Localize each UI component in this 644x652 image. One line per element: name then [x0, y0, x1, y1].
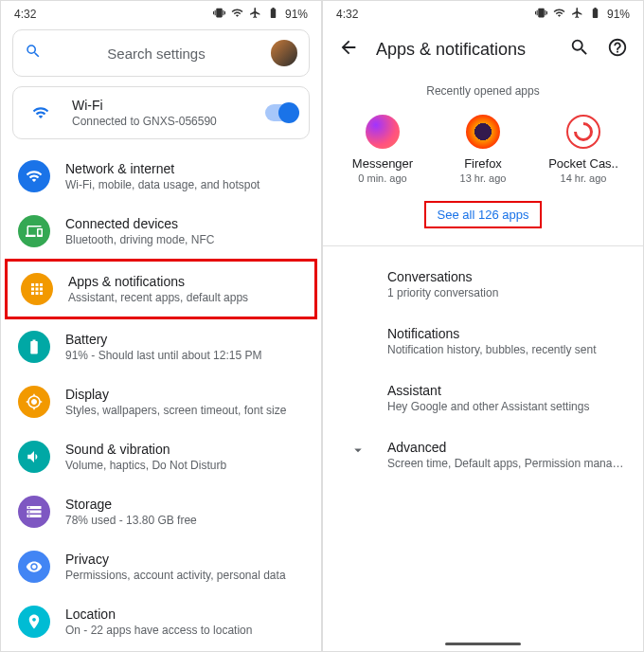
settings-item-privacy[interactable]: PrivacyPermissions, account activity, pe… — [5, 539, 317, 594]
app-time: 13 hr. ago — [436, 172, 530, 184]
battery-icon — [18, 331, 50, 363]
item-title: Privacy — [65, 552, 304, 567]
airplane-icon — [249, 7, 261, 22]
section-notifications[interactable]: NotificationsNotification history, bubbl… — [323, 313, 643, 370]
clock: 4:32 — [336, 8, 358, 21]
section-sub: Notification history, bubbles, recently … — [387, 343, 624, 356]
pocketcasts-icon — [566, 115, 600, 149]
recent-apps-label: Recently opened apps — [323, 84, 643, 98]
recent-app-pocketcasts[interactable]: Pocket Cas.. 14 hr. ago — [536, 115, 631, 184]
item-sub: On - 22 apps have access to location — [65, 624, 304, 637]
settings-item-display[interactable]: DisplayStyles, wallpapers, screen timeou… — [5, 374, 317, 429]
vibrate-icon — [535, 7, 547, 22]
item-title: Network & internet — [65, 161, 304, 176]
item-title: Sound & vibration — [65, 442, 304, 457]
app-name: Pocket Cas.. — [536, 156, 631, 171]
settings-item-devices[interactable]: Connected devicesBluetooth, driving mode… — [5, 204, 317, 259]
item-sub: Volume, haptics, Do Not Disturb — [65, 459, 304, 472]
section-title: Assistant — [387, 383, 624, 398]
item-sub: 91% - Should last until about 12:15 PM — [65, 349, 304, 362]
wifi-card-text: Wi-Fi Connected to GNXS-056590 — [72, 98, 265, 128]
section-title: Conversations — [387, 269, 624, 284]
recent-apps-row: Messenger 0 min. ago Firefox 13 hr. ago … — [323, 115, 643, 184]
help-button[interactable] — [607, 37, 628, 62]
airplane-icon — [571, 7, 583, 22]
section-assistant[interactable]: AssistantHey Google and other Assistant … — [323, 370, 643, 426]
wifi-icon — [553, 7, 565, 22]
page-header: Apps & notifications — [323, 24, 643, 75]
app-name: Firefox — [436, 156, 530, 171]
nav-indicator[interactable] — [445, 643, 521, 645]
item-title: Location — [65, 607, 304, 622]
status-icons: 91% — [535, 7, 630, 22]
status-icons: 91% — [213, 7, 308, 22]
battery-percent: 91% — [607, 8, 630, 21]
wifi-icon — [231, 7, 243, 22]
recent-app-firefox[interactable]: Firefox 13 hr. ago — [436, 115, 530, 184]
settings-item-location[interactable]: LocationOn - 22 apps have access to loca… — [5, 594, 317, 649]
wifi-toggle[interactable] — [265, 104, 297, 121]
item-sub: Bluetooth, driving mode, NFC — [65, 233, 304, 246]
firefox-icon — [466, 115, 500, 149]
battery-icon — [267, 7, 279, 22]
recent-app-messenger[interactable]: Messenger 0 min. ago — [335, 115, 430, 184]
status-bar: 4:32 91% — [1, 1, 321, 24]
section-title: Notifications — [387, 326, 624, 341]
messenger-icon — [366, 115, 400, 149]
item-sub: Permissions, account activity, personal … — [65, 569, 304, 582]
search-icon — [25, 43, 42, 63]
wifi-icon — [18, 160, 50, 192]
see-all-apps-button[interactable]: See all 126 apps — [424, 201, 543, 228]
settings-list: Network & internetWi-Fi, mobile, data us… — [1, 149, 321, 652]
clock: 4:32 — [14, 8, 36, 21]
search-placeholder: Search settings — [42, 45, 271, 62]
settings-item-storage[interactable]: Storage78% used - 13.80 GB free — [5, 484, 317, 539]
settings-main-screen: 4:32 91% Search settings Wi-Fi Connected… — [0, 0, 322, 652]
item-title: Battery — [65, 332, 304, 347]
item-title: Apps & notifications — [68, 274, 301, 289]
back-button[interactable] — [338, 37, 359, 62]
app-time: 14 hr. ago — [536, 172, 631, 184]
display-icon — [18, 386, 50, 418]
apps-notifications-screen: 4:32 91% Apps & notifications Recently o… — [322, 0, 644, 652]
page-title: Apps & notifications — [376, 40, 552, 60]
item-sub: Styles, wallpapers, screen timeout, font… — [65, 404, 304, 417]
section-sub: 1 priority conversation — [387, 286, 624, 299]
section-sub: Hey Google and other Assistant settings — [387, 400, 624, 413]
location-icon — [18, 606, 50, 638]
devices-icon — [18, 215, 50, 247]
expand-icon — [349, 442, 367, 462]
item-sub: Wi-Fi, mobile, data usage, and hotspot — [65, 178, 304, 191]
battery-icon — [589, 7, 601, 22]
sections-list: Conversations1 priority conversationNoti… — [323, 246, 643, 493]
item-sub: Assistant, recent apps, default apps — [68, 291, 301, 304]
item-title: Storage — [65, 497, 304, 512]
section-conversations[interactable]: Conversations1 priority conversation — [323, 256, 643, 313]
settings-item-battery[interactable]: Battery91% - Should last until about 12:… — [5, 319, 317, 374]
section-advanced[interactable]: AdvancedScreen time, Default apps, Permi… — [323, 426, 643, 483]
storage-icon — [18, 496, 50, 528]
settings-item-wifi[interactable]: Network & internetWi-Fi, mobile, data us… — [5, 149, 317, 204]
item-sub: 78% used - 13.80 GB free — [65, 514, 304, 527]
settings-item-apps[interactable]: Apps & notificationsAssistant, recent ap… — [5, 259, 317, 319]
section-sub: Screen time, Default apps, Permission ma… — [387, 457, 624, 470]
settings-item-sound[interactable]: Sound & vibrationVolume, haptics, Do Not… — [5, 429, 317, 484]
search-button[interactable] — [569, 37, 590, 62]
search-settings[interactable]: Search settings — [12, 29, 310, 77]
item-title: Connected devices — [65, 216, 304, 231]
privacy-icon — [18, 551, 50, 583]
item-title: Display — [65, 387, 304, 402]
status-bar: 4:32 91% — [323, 1, 643, 24]
wifi-card-icon — [25, 97, 57, 129]
vibrate-icon — [213, 7, 225, 22]
section-title: Advanced — [387, 440, 624, 455]
wifi-sub: Connected to GNXS-056590 — [72, 115, 265, 128]
wifi-quick-card[interactable]: Wi-Fi Connected to GNXS-056590 — [12, 86, 310, 139]
app-name: Messenger — [335, 156, 430, 171]
app-time: 0 min. ago — [335, 172, 430, 184]
profile-avatar[interactable] — [271, 40, 297, 66]
battery-percent: 91% — [285, 8, 308, 21]
apps-icon — [21, 273, 53, 305]
sound-icon — [18, 441, 50, 473]
see-all-wrap: See all 126 apps — [323, 201, 643, 228]
